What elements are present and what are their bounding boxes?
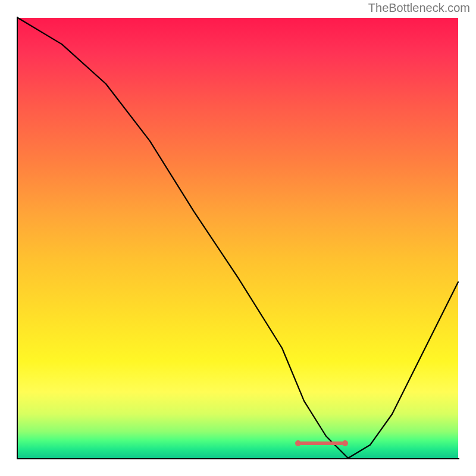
- chart-curve-svg: [18, 18, 458, 458]
- chart-plot-area: [18, 18, 458, 458]
- y-axis-line: [17, 17, 18, 459]
- watermark-text: TheBottleneck.com: [368, 1, 470, 15]
- bottleneck-curve-line: [18, 18, 458, 458]
- x-axis-line: [17, 458, 459, 459]
